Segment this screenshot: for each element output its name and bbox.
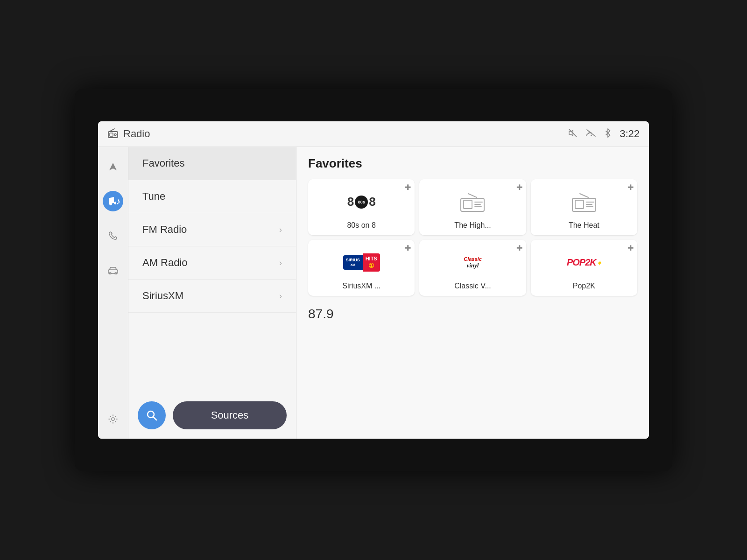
settings-icon-btn[interactable] xyxy=(103,409,123,429)
svg-line-24 xyxy=(580,194,588,197)
clock-display: 3:22 xyxy=(620,128,640,140)
svg-rect-1 xyxy=(110,133,113,136)
section-title: Favorites xyxy=(308,156,637,171)
nav-panel: Favorites Tune FM Radio › AM Radio › Sir… xyxy=(128,147,296,439)
main-content: ♪ xyxy=(98,147,649,439)
card-label-high: The High... xyxy=(454,221,491,230)
logo-80s-on-8: 8 80s 8 xyxy=(314,185,409,219)
card-label-siriushits: SiriusXM ... xyxy=(342,282,381,290)
nav-label-favorites: Favorites xyxy=(142,157,184,169)
sources-label: Sources xyxy=(211,409,249,421)
add-icon-sirius[interactable]: ✚ xyxy=(405,244,411,252)
music-icon-btn[interactable]: ♪ xyxy=(103,191,123,211)
page-title: Radio xyxy=(123,128,150,140)
logo-classic-vinyl: Classic vinyl xyxy=(425,245,520,280)
add-icon-high[interactable]: ✚ xyxy=(516,183,522,192)
card-label-pop2k: Pop2K xyxy=(573,282,595,290)
favorite-card-siriushits[interactable]: ✚ SIRIUSXM HITS① SiriusXM .. xyxy=(308,240,415,296)
nav-item-tune[interactable]: Tune xyxy=(128,180,296,213)
svg-line-18 xyxy=(468,194,477,197)
phone-icon-btn[interactable] xyxy=(103,225,123,246)
favorite-card-heat[interactable]: ✚ The Heat xyxy=(531,179,637,235)
logo-pop2k: POP2K✦ xyxy=(536,245,632,280)
logo-high xyxy=(425,185,520,219)
content-panel: Favorites ✚ 8 80s 8 xyxy=(296,147,649,439)
nav-icon[interactable] xyxy=(103,156,123,177)
card-label-heat: The Heat xyxy=(569,221,599,230)
svg-line-12 xyxy=(154,417,157,420)
nav-item-am[interactable]: AM Radio › xyxy=(128,246,296,280)
nav-item-sirius[interactable]: SiriusXM › xyxy=(128,280,296,313)
bluetooth-icon xyxy=(605,128,611,140)
svg-point-6 xyxy=(591,134,592,136)
car-frame: Radio xyxy=(75,89,672,471)
card-label-80s8: 80s on 8 xyxy=(347,221,375,230)
nav-item-fm[interactable]: FM Radio › xyxy=(128,213,296,246)
nav-bottom-bar: Sources xyxy=(128,392,296,439)
favorite-card-high[interactable]: ✚ The High... xyxy=(419,179,526,235)
svg-rect-20 xyxy=(575,200,584,209)
nav-label-fm: FM Radio xyxy=(142,224,187,236)
card-label-vinyl: Classic V... xyxy=(454,282,491,290)
add-icon-vinyl[interactable]: ✚ xyxy=(516,244,522,252)
signal-icon xyxy=(586,129,596,140)
add-icon-pop2k[interactable]: ✚ xyxy=(627,244,634,252)
add-icon-80s8[interactable]: ✚ xyxy=(405,183,411,192)
mute-icon xyxy=(568,128,578,140)
am-chevron-icon: › xyxy=(279,258,282,268)
favorites-grid: ✚ 8 80s 8 80s on 8 xyxy=(308,179,637,296)
screen: Radio xyxy=(98,121,649,439)
top-bar: Radio xyxy=(98,121,649,147)
logo-sirius-hits: SIRIUSXM HITS① xyxy=(314,245,409,280)
search-button[interactable] xyxy=(138,401,166,429)
sources-button[interactable]: Sources xyxy=(173,401,287,429)
status-area: 3:22 xyxy=(568,128,640,140)
svg-point-2 xyxy=(114,133,116,135)
nav-item-favorites[interactable]: Favorites xyxy=(128,147,296,180)
top-bar-left: Radio xyxy=(107,128,150,140)
favorite-card-pop2k[interactable]: ✚ POP2K✦ Pop2K xyxy=(531,240,637,296)
nav-label-sirius: SiriusXM xyxy=(142,290,183,302)
radio-icon xyxy=(107,128,119,140)
svg-rect-14 xyxy=(464,200,472,209)
car-icon-btn[interactable] xyxy=(103,260,123,280)
logo-heat xyxy=(536,185,632,219)
favorite-card-80s8[interactable]: ✚ 8 80s 8 80s on 8 xyxy=(308,179,415,235)
nav-label-tune: Tune xyxy=(142,190,165,203)
fm-chevron-icon: › xyxy=(279,225,282,235)
sirius-chevron-icon: › xyxy=(279,291,282,301)
svg-point-10 xyxy=(112,418,114,420)
add-icon-heat[interactable]: ✚ xyxy=(627,183,634,192)
nav-label-am: AM Radio xyxy=(142,257,188,269)
favorite-card-vinyl[interactable]: ✚ Classic vinyl Classic V... xyxy=(419,240,526,296)
side-icons: ♪ xyxy=(98,147,128,439)
frequency-display: 87.9 xyxy=(308,304,637,324)
